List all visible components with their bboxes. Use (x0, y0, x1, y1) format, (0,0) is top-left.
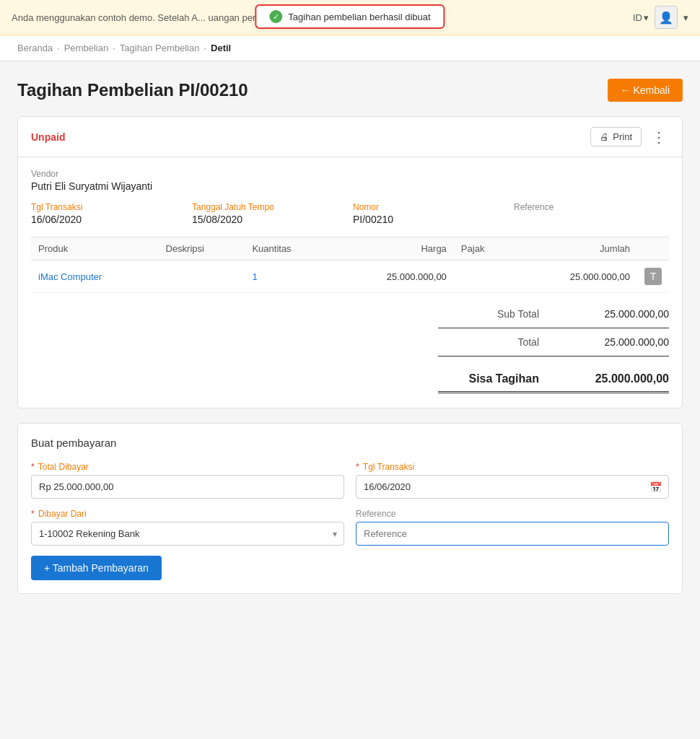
top-bar: Anda menggunakan contoh demo. Setelah A.… (0, 0, 700, 35)
status-actions: 🖨 Print ⋮ (590, 127, 669, 147)
nomor-group: Nomor PI/00210 (353, 202, 508, 225)
breadcrumb-invoice[interactable]: Tagihan Pembelian (120, 43, 200, 53)
breadcrumb-current: Detil (211, 43, 231, 53)
reference-label: Reference (514, 202, 669, 212)
reference-payment-label-text: Reference (356, 509, 395, 519)
total-label: Total (438, 336, 554, 348)
tambah-pembayaran-button[interactable]: + Tambah Pembayaran (31, 556, 162, 580)
cell-kuantitas[interactable]: 1 (245, 261, 332, 293)
page-title-row: Tagihan Pembelian PI/00210 ← Kembali (17, 79, 683, 102)
dibayar-dari-select-wrap: 1-10002 Rekening Bank 1-10001 Kas 1-1000… (31, 522, 344, 546)
col-pajak: Pajak (454, 237, 516, 261)
user-chevron: ▾ (683, 12, 688, 23)
total-divider-2 (438, 356, 669, 357)
top-right-controls: ID ▾ 👤 ▾ (633, 6, 688, 29)
col-action (637, 237, 669, 261)
tgl-transaksi-value: 16/06/2020 (31, 214, 186, 225)
invoice-table: Produk Deskripsi Kuantitas Harga Pajak J… (31, 237, 669, 293)
cell-produk[interactable]: iMac Computer (31, 261, 159, 293)
tgl-transaksi-payment-group: * Tgl Transaksi 📅 (356, 462, 669, 499)
total-dibayar-group: * Total Dibayar (31, 462, 344, 499)
sisa-tagihan-row: Sisa Tagihan 25.000.000,00 (31, 367, 669, 388)
total-dibayar-label: * Total Dibayar (31, 462, 344, 472)
total-dibayar-input[interactable] (31, 475, 344, 499)
sisa-divider (438, 391, 669, 393)
print-label: Print (613, 131, 632, 142)
tanggal-jatuh-tempo-group: Tanggal Jatuh Tempo 15/08/2020 (192, 202, 347, 225)
main-content: Tagihan Pembelian PI/00210 ← Kembali Unp… (0, 61, 700, 611)
breadcrumb-purchase[interactable]: Pembelian (64, 43, 108, 53)
total-divider (438, 328, 669, 328)
invoice-table-body: iMac Computer 1 25.000.000,00 25.000.000… (31, 261, 669, 293)
reference-payment-group: Reference (356, 509, 669, 546)
page-title: Tagihan Pembelian PI/00210 (17, 80, 248, 100)
col-deskripsi: Deskripsi (159, 237, 245, 261)
language-button[interactable]: ID ▾ (633, 12, 649, 23)
subtotal-row: Sub Total 25.000.000,00 (31, 305, 669, 323)
nomor-label: Nomor (353, 202, 508, 212)
header-nav: Beranda · Pembelian · Tagihan Pembelian … (0, 35, 700, 61)
lang-chevron: ▾ (644, 12, 649, 23)
breadcrumb: Beranda · Pembelian · Tagihan Pembelian … (17, 43, 683, 53)
breadcrumb-sep1: · (57, 43, 60, 53)
reference-payment-label: Reference (356, 509, 669, 519)
dibayar-dari-select[interactable]: 1-10002 Rekening Bank 1-10001 Kas 1-1000… (31, 522, 344, 546)
reference-group: Reference (514, 202, 669, 225)
total-dibayar-required: * (31, 462, 35, 472)
col-kuantitas: Kuantitas (245, 237, 332, 261)
total-value: 25.000.000,00 (554, 336, 669, 348)
subtotal-label: Sub Total (438, 308, 554, 320)
printer-icon: 🖨 (600, 131, 609, 142)
cell-deskripsi (159, 261, 245, 293)
more-button[interactable]: ⋮ (649, 130, 669, 144)
sisa-tagihan-value: 25.000.000,00 (554, 372, 669, 385)
check-icon: ✓ (269, 10, 282, 23)
user-icon: 👤 (659, 11, 673, 25)
payment-title: Buat pembayaran (31, 437, 669, 449)
col-produk: Produk (31, 237, 159, 261)
cell-jumlah: 25.000.000,00 (516, 261, 637, 293)
dibayar-dari-label-text: Dibayar Dari (38, 509, 87, 519)
cell-delete: T (637, 261, 669, 293)
table-row: iMac Computer 1 25.000.000,00 25.000.000… (31, 261, 669, 293)
invoice-fields-row: Tgl Transaksi 16/06/2020 Tanggal Jatuh T… (31, 202, 669, 225)
tgl-transaksi-required: * (356, 462, 359, 472)
col-jumlah: Jumlah (516, 237, 637, 261)
lang-label: ID (633, 12, 642, 23)
tgl-transaksi-payment-label-text: Tgl Transaksi (363, 462, 414, 472)
status-badge: Unpaid (31, 131, 65, 143)
cell-harga: 25.000.000,00 (333, 261, 454, 293)
subtotal-value: 25.000.000,00 (554, 308, 669, 320)
col-harga: Harga (333, 237, 454, 261)
tgl-transaksi-payment-label: * Tgl Transaksi (356, 462, 669, 472)
dibayar-dari-group: * Dibayar Dari 1-10002 Rekening Bank 1-1… (31, 509, 344, 546)
tanggal-jatuh-tempo-label: Tanggal Jatuh Tempo (192, 202, 347, 212)
status-row: Unpaid 🖨 Print ⋮ (18, 117, 682, 157)
sisa-tagihan-label: Sisa Tagihan (438, 372, 554, 385)
vendor-name: Putri Eli Suryatmi Wijayanti (31, 180, 669, 192)
totals-section: Sub Total 25.000.000,00 Total 25.000.000… (18, 305, 682, 408)
tgl-transaksi-group: Tgl Transaksi 16/06/2020 (31, 202, 186, 225)
tgl-transaksi-payment-input[interactable] (356, 475, 669, 499)
payment-card: Buat pembayaran * Total Dibayar * Tgl Tr… (17, 423, 683, 594)
vendor-label: Vendor (31, 169, 669, 179)
total-dibayar-label-text: Total Dibayar (38, 462, 89, 472)
nomor-value: PI/00210 (353, 214, 508, 225)
payment-form-row-2: * Dibayar Dari 1-10002 Rekening Bank 1-1… (31, 509, 669, 546)
back-button[interactable]: ← Kembali (608, 79, 683, 102)
breadcrumb-sep3: · (204, 43, 206, 53)
tanggal-jatuh-tempo-value: 15/08/2020 (192, 214, 347, 225)
success-toast: ✓ Tagihan pembelian berhasil dibuat (255, 4, 445, 29)
invoice-details: Vendor Putri Eli Suryatmi Wijayanti Tgl … (18, 157, 682, 305)
payment-form-row-1: * Total Dibayar * Tgl Transaksi 📅 (31, 462, 669, 499)
user-avatar[interactable]: 👤 (655, 6, 678, 29)
breadcrumb-home[interactable]: Beranda (17, 43, 53, 53)
calendar-icon: 📅 (649, 481, 662, 493)
toast-message: Tagihan pembelian berhasil dibuat (288, 12, 430, 22)
delete-row-button[interactable]: T (644, 268, 662, 285)
dibayar-dari-required: * (31, 509, 35, 519)
reference-payment-input[interactable] (356, 522, 669, 546)
invoice-table-header: Produk Deskripsi Kuantitas Harga Pajak J… (31, 237, 669, 261)
print-button[interactable]: 🖨 Print (590, 127, 642, 147)
total-row: Total 25.000.000,00 (31, 333, 669, 351)
